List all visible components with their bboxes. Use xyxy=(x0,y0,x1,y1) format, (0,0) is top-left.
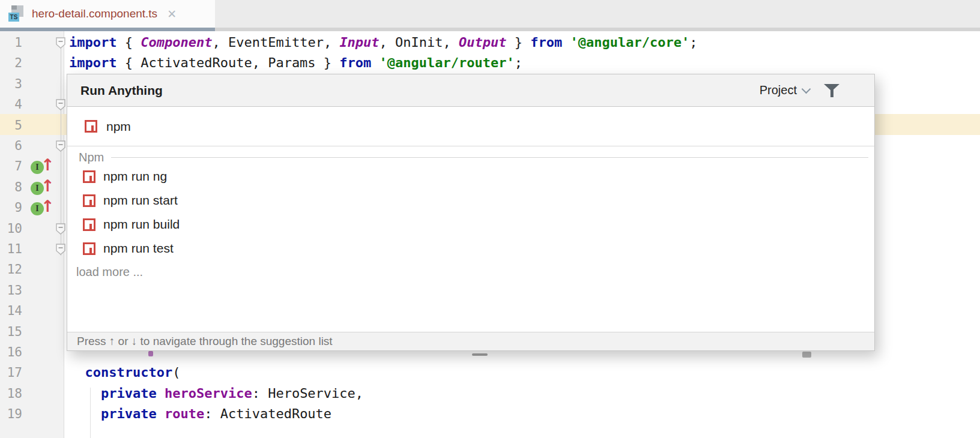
run-anything-popup: Run Anything Project npm Npm npm run ngn… xyxy=(67,74,875,351)
line-number: 19 xyxy=(0,404,22,424)
line-number: 7 xyxy=(0,156,22,176)
line-number: 17 xyxy=(0,362,22,383)
suggestion-label: npm run test xyxy=(103,241,174,256)
list-spacer xyxy=(67,283,874,332)
section-header-npm: Npm xyxy=(67,146,874,164)
obscured-code-fragment xyxy=(148,351,153,356)
line-number: 6 xyxy=(0,136,22,156)
typescript-file-icon: TS xyxy=(8,5,25,22)
code-line[interactable]: 19 private route: ActivatedRoute xyxy=(0,404,980,424)
code-text: constructor( xyxy=(69,362,180,383)
fold-marker-icon[interactable] xyxy=(56,99,65,110)
override-arrow-icon: ↑ xyxy=(41,155,55,174)
line-number: 12 xyxy=(0,259,22,280)
fold-marker-icon[interactable] xyxy=(56,223,65,235)
close-tab-icon[interactable]: ✕ xyxy=(167,7,177,21)
run-anything-search-field[interactable]: npm xyxy=(67,107,874,146)
gutter-icons[interactable]: I↑ xyxy=(31,179,58,197)
line-number: 8 xyxy=(0,177,22,197)
code-text: private heroService: HeroService, xyxy=(69,383,363,404)
suggestion-item[interactable]: npm run ng xyxy=(67,164,874,188)
tab-label: hero-detail.component.ts xyxy=(32,7,157,20)
obscured-code-fragment xyxy=(472,353,488,356)
line-number: 16 xyxy=(0,342,22,362)
ide-window: TS hero-detail.component.ts ✕ 1import { … xyxy=(0,0,980,438)
line-number: 3 xyxy=(0,74,22,94)
popup-title: Run Anything xyxy=(80,83,163,98)
suggestion-item[interactable]: npm run test xyxy=(67,236,874,260)
npm-icon xyxy=(83,170,95,183)
editor-tab-bar: TS hero-detail.component.ts ✕ xyxy=(0,0,980,28)
tab-hero-detail-component-ts[interactable]: TS hero-detail.component.ts ✕ xyxy=(0,0,215,28)
gutter-icons[interactable]: I↑ xyxy=(31,199,58,217)
code-text: import { Component, EventEmitter, Input,… xyxy=(69,32,697,53)
code-line[interactable]: 2import { ActivatedRoute, Params } from … xyxy=(0,53,980,73)
npm-icon xyxy=(83,194,95,207)
line-number: 9 xyxy=(0,197,22,218)
line-number: 5 xyxy=(0,115,22,136)
suggestion-label: npm run build xyxy=(103,217,180,232)
npm-icon xyxy=(83,242,95,255)
line-number: 2 xyxy=(0,53,22,73)
code-line[interactable]: 1import { Component, EventEmitter, Input… xyxy=(0,32,980,53)
line-number: 15 xyxy=(0,322,22,342)
obscured-code-fragment xyxy=(802,352,811,358)
suggestion-item[interactable]: npm run build xyxy=(67,212,874,236)
override-arrow-icon: ↑ xyxy=(41,176,55,195)
section-label: Npm xyxy=(79,151,104,164)
fold-marker-icon[interactable] xyxy=(56,244,65,255)
override-arrow-icon: ↑ xyxy=(41,197,55,215)
npm-icon xyxy=(83,218,95,231)
scope-label: Project xyxy=(760,83,797,97)
suggestion-label: npm run ng xyxy=(103,169,167,184)
indent-guide xyxy=(90,388,91,438)
chevron-down-icon xyxy=(802,85,811,94)
line-number: 13 xyxy=(0,280,22,301)
code-text: private route: ActivatedRoute xyxy=(69,404,331,424)
line-number: 1 xyxy=(0,32,22,53)
code-text: import { ActivatedRoute, Params } from '… xyxy=(69,53,522,73)
filter-icon[interactable] xyxy=(824,83,839,98)
gutter-icons[interactable]: I↑ xyxy=(31,158,58,176)
search-query: npm xyxy=(106,119,131,134)
section-divider xyxy=(111,157,868,158)
suggestion-list: Npm npm run ngnpm run startnpm run build… xyxy=(67,146,874,350)
line-number: 18 xyxy=(0,383,22,404)
popup-header: Run Anything Project xyxy=(67,74,874,107)
popup-footer-hint: Press ↑ or ↓ to navigate through the sug… xyxy=(67,332,874,350)
line-number: 11 xyxy=(0,239,22,259)
line-number: 4 xyxy=(0,94,22,115)
suggestion-item[interactable]: npm run start xyxy=(67,188,874,212)
scope-selector[interactable]: Project xyxy=(760,83,809,97)
fold-marker-icon[interactable] xyxy=(56,37,65,49)
line-number: 14 xyxy=(0,301,22,321)
npm-icon xyxy=(85,120,97,133)
code-line[interactable]: 17 constructor( xyxy=(0,362,980,383)
code-line[interactable]: 18 private heroService: HeroService, xyxy=(0,383,980,404)
ts-badge: TS xyxy=(8,13,19,22)
suggestion-label: npm run start xyxy=(103,193,178,208)
line-number: 10 xyxy=(0,218,22,239)
load-more-item[interactable]: load more ... xyxy=(67,260,874,283)
fold-marker-icon[interactable] xyxy=(56,140,65,152)
